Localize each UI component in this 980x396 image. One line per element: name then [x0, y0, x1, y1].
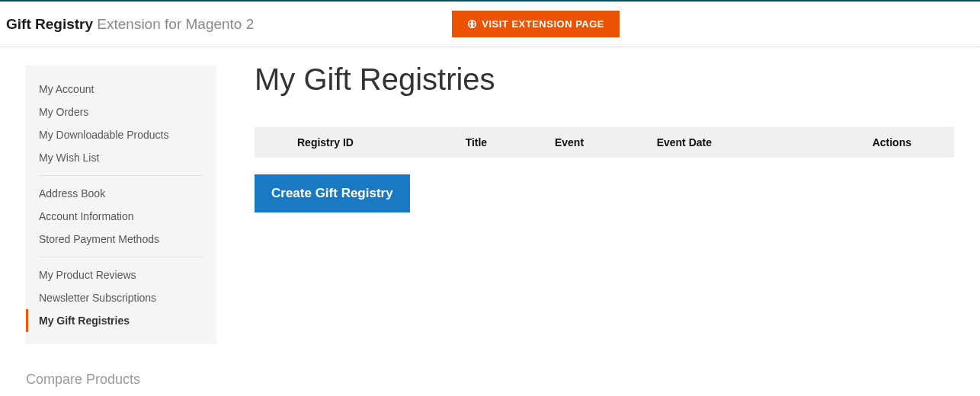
- col-event: Event: [540, 127, 642, 158]
- sidebar-divider: [39, 257, 203, 257]
- col-title: Title: [450, 127, 540, 158]
- sidebar-item-gift-registries[interactable]: My Gift Registries: [26, 309, 203, 332]
- header-title-strong: Gift Registry: [6, 16, 93, 32]
- col-registry-id: Registry ID: [255, 127, 450, 158]
- sidebar-item-address-book[interactable]: Address Book: [39, 182, 203, 205]
- content-wrap: My Account My Orders My Downloadable Pro…: [0, 47, 980, 362]
- sidebar-item-my-account[interactable]: My Account: [39, 78, 203, 101]
- sidebar-group-3: My Product Reviews Newsletter Subscripti…: [26, 263, 216, 332]
- table-header-row: Registry ID Title Event Event Date Actio…: [255, 127, 954, 158]
- create-gift-registry-button[interactable]: Create Gift Registry: [255, 174, 410, 212]
- sidebar-item-payment-methods[interactable]: Stored Payment Methods: [39, 228, 203, 251]
- visit-extension-button[interactable]: VISIT EXTENSION PAGE: [452, 11, 620, 37]
- header-title-light: Extension for Magento 2: [93, 16, 254, 32]
- compare-products-heading: Compare Products: [0, 372, 980, 388]
- sidebar-item-account-info[interactable]: Account Information: [39, 205, 203, 228]
- sidebar-item-newsletter[interactable]: Newsletter Subscriptions: [39, 286, 203, 309]
- visit-extension-label: VISIT EXTENSION PAGE: [482, 18, 604, 30]
- account-sidebar: My Account My Orders My Downloadable Pro…: [26, 65, 216, 344]
- sidebar-group-1: My Account My Orders My Downloadable Pro…: [26, 78, 216, 169]
- sidebar-item-my-orders[interactable]: My Orders: [39, 101, 203, 123]
- col-event-date: Event Date: [642, 127, 788, 158]
- globe-icon: [467, 19, 477, 29]
- col-actions: Actions: [788, 127, 954, 158]
- sidebar-divider: [39, 175, 203, 176]
- registries-table: Registry ID Title Event Event Date Actio…: [255, 127, 954, 158]
- sidebar-item-reviews[interactable]: My Product Reviews: [39, 263, 203, 286]
- sidebar-item-downloadable[interactable]: My Downloadable Products: [39, 123, 203, 146]
- sidebar-item-wish-list[interactable]: My Wish List: [39, 146, 203, 169]
- header-title: Gift Registry Extension for Magento 2: [6, 16, 254, 33]
- main-content: My Gift Registries Registry ID Title Eve…: [255, 65, 954, 212]
- page-title: My Gift Registries: [255, 62, 954, 97]
- header-bar: Gift Registry Extension for Magento 2 VI…: [0, 2, 980, 47]
- sidebar-group-2: Address Book Account Information Stored …: [26, 182, 216, 251]
